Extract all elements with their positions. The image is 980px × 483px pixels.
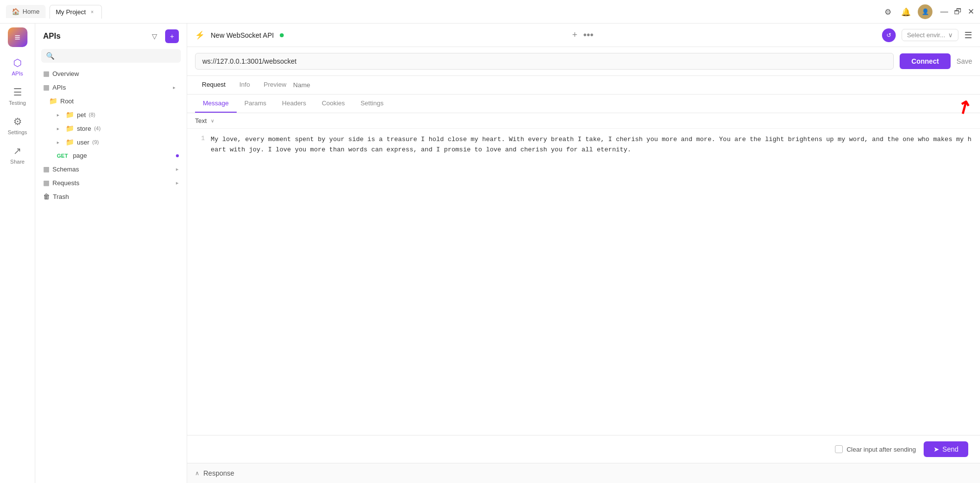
icon-sidebar: ≡ ⬡ APIs ☰ Testing ⚙ Settings ↗ Share [0, 24, 35, 483]
user-badge: (9) [92, 139, 98, 145]
user-chevron-icon: ▸ [57, 140, 63, 145]
tab-message[interactable]: Message [195, 95, 237, 113]
tree-item-trash[interactable]: 🗑 Trash [35, 190, 187, 203]
store-chevron-icon: ▸ [57, 126, 63, 131]
tree-item-user[interactable]: ▸ 📁 user (9) [35, 135, 187, 149]
search-input[interactable] [57, 52, 176, 60]
filter-button[interactable]: ▽ [147, 29, 161, 43]
add-button[interactable]: + [165, 29, 179, 43]
save-button[interactable]: Save [956, 57, 972, 65]
line-numbers: 1 [195, 135, 205, 429]
schemas-label: Schemas [52, 166, 79, 173]
connect-button[interactable]: Connect [900, 53, 951, 69]
add-tab-icon[interactable]: + [572, 30, 578, 40]
sidebar-item-apis-label: APIs [12, 71, 23, 76]
sidebar-item-testing[interactable]: ☰ Testing [0, 82, 35, 110]
tab-cookies[interactable]: Cookies [314, 95, 353, 113]
trash-icon: 🗑 [43, 193, 50, 200]
request-tabs: Request Info Preview [187, 76, 980, 95]
response-bar[interactable]: ∧ Response [187, 463, 980, 483]
titlebar-right: ⚙ 🔔 👤 — 🗗 ✕ [884, 4, 974, 19]
apis-icon: ⬡ [13, 57, 22, 69]
tab-close-icon[interactable]: × [89, 8, 96, 15]
tab-info[interactable]: Info [232, 76, 257, 94]
tab-project-label: My Project [56, 8, 86, 16]
search-box: 🔍 [41, 49, 181, 63]
minimize-button[interactable]: — [940, 7, 948, 16]
tab-settings[interactable]: Settings [353, 95, 392, 113]
tree-item-requests[interactable]: ▦ Requests ▸ [35, 176, 187, 190]
search-icon: 🔍 [46, 52, 54, 60]
store-folder-icon: 📁 [66, 124, 74, 132]
send-label: Send [942, 445, 958, 453]
maximize-button[interactable]: 🗗 [954, 7, 962, 16]
close-button[interactable]: ✕ [968, 7, 974, 16]
user-folder-icon: 📁 [66, 138, 74, 146]
store-badge: (4) [94, 125, 100, 131]
tab-headers[interactable]: Headers [274, 95, 314, 113]
more-options-icon[interactable]: ••• [583, 29, 593, 41]
env-select[interactable]: Select envir... ∨ [902, 29, 958, 41]
tree-item-page[interactable]: GET page [35, 149, 187, 162]
requests-arrow-icon: ▸ [176, 180, 179, 186]
tab-home-label: Home [23, 8, 40, 15]
clear-checkbox-group: Clear input after sending [835, 445, 916, 453]
format-label[interactable]: Text [195, 117, 207, 124]
requests-icon: ▦ [43, 179, 49, 187]
message-area: Text ∨ 1 My love, every moment spent by … [187, 113, 980, 435]
file-sidebar-actions: ▽ + [147, 29, 179, 43]
env-chevron-icon: ∨ [948, 31, 953, 39]
overview-label: Overview [52, 70, 79, 77]
history-button[interactable]: ↺ [882, 28, 896, 42]
tree-item-root[interactable]: 📁 Root [35, 94, 187, 108]
tab-request[interactable]: Request [195, 76, 232, 94]
sidebar-item-settings[interactable]: ⚙ Settings [0, 112, 35, 139]
file-sidebar-header: APIs ▽ + [35, 29, 187, 49]
code-content[interactable]: My love, every moment spent by your side… [211, 135, 972, 429]
sidebar-item-share[interactable]: ↗ Share [0, 141, 35, 169]
api-actions: + ••• [572, 29, 594, 41]
sidebar-item-apis[interactable]: ⬡ APIs [0, 53, 35, 80]
avatar[interactable]: 👤 [918, 4, 932, 19]
send-bar: Clear input after sending ➤ Send [187, 435, 980, 463]
app-logo: ≡ [8, 27, 27, 47]
url-bar: Connect Save [187, 47, 980, 76]
message-tabs: Message Params Headers Cookies Settings [187, 95, 980, 113]
clear-checkbox[interactable] [835, 445, 843, 453]
tree-item-pet[interactable]: ▸ 📁 pet (8) [35, 108, 187, 121]
root-label: Root [60, 97, 74, 105]
send-button[interactable]: ➤ Send [924, 441, 968, 457]
send-icon: ➤ [933, 445, 939, 453]
settings-icon[interactable]: ⚙ [884, 7, 893, 16]
env-select-label: Select envir... [907, 31, 945, 39]
tab-my-project[interactable]: My Project × [49, 5, 102, 19]
pet-chevron-icon: ▸ [57, 112, 63, 118]
apis-chevron-icon: ▸ [173, 85, 179, 90]
bell-icon[interactable]: 🔔 [901, 7, 910, 16]
format-chevron-icon[interactable]: ∨ [211, 118, 214, 123]
trash-label: Trash [53, 193, 69, 200]
requests-label: Requests [52, 179, 79, 187]
get-method-badge: GET [57, 153, 68, 159]
testing-icon: ☰ [13, 86, 22, 98]
pet-badge: (8) [89, 112, 95, 118]
tab-preview[interactable]: Preview [257, 76, 293, 94]
tab-home[interactable]: 🏠 Home [6, 5, 46, 18]
root-folder-icon: 📁 [49, 97, 57, 105]
main-content-wrapper: ⚡ New WebSocket API + ••• ↺ Select envir… [187, 24, 980, 483]
apis-tree-icon: ▦ [43, 83, 49, 91]
page-label: page [73, 152, 87, 159]
schemas-icon: ▦ [43, 165, 49, 173]
store-label: store [77, 125, 91, 132]
tab-params[interactable]: Params [237, 95, 274, 113]
api-title: New WebSocket API [211, 31, 274, 39]
tree-item-schemas[interactable]: ▦ Schemas ▸ [35, 162, 187, 176]
tree-item-store[interactable]: ▸ 📁 store (4) [35, 121, 187, 135]
name-input[interactable] [293, 81, 375, 89]
url-input[interactable] [195, 53, 894, 70]
sidebar-item-settings-label: Settings [8, 129, 27, 135]
tree-item-apis[interactable]: ▦ APIs ▸ [35, 80, 187, 94]
hamburger-icon[interactable]: ☰ [964, 30, 972, 41]
api-header: ⚡ New WebSocket API + ••• ↺ Select envir… [187, 24, 980, 47]
tree-item-overview[interactable]: ▦ Overview [35, 67, 187, 80]
